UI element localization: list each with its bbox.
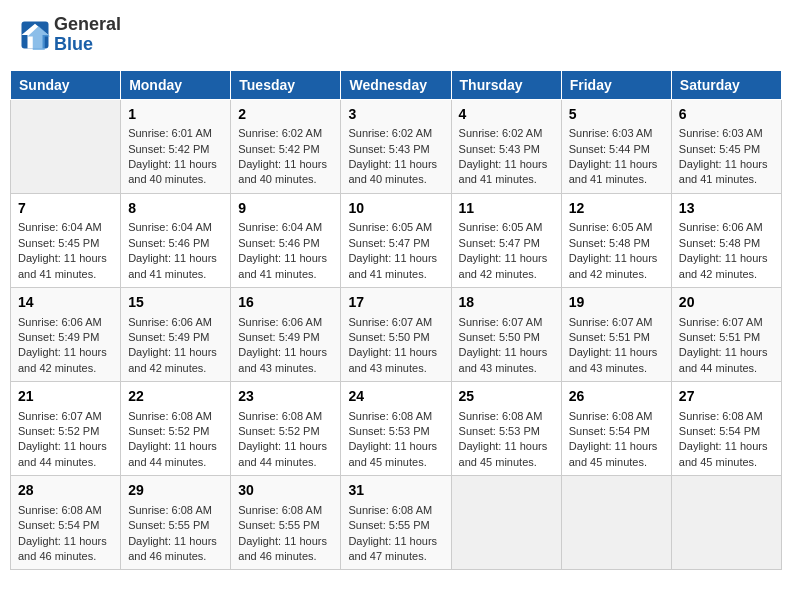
day-detail: Sunrise: 6:02 AMSunset: 5:43 PMDaylight:… <box>348 127 437 185</box>
calendar-body: 1 Sunrise: 6:01 AMSunset: 5:42 PMDayligh… <box>11 99 782 570</box>
header-cell-saturday: Saturday <box>671 70 781 99</box>
week-row-4: 21 Sunrise: 6:07 AMSunset: 5:52 PMDaylig… <box>11 382 782 476</box>
day-detail: Sunrise: 6:08 AMSunset: 5:52 PMDaylight:… <box>238 410 327 468</box>
day-number: 14 <box>18 293 113 313</box>
day-cell: 13 Sunrise: 6:06 AMSunset: 5:48 PMDaylig… <box>671 193 781 287</box>
day-cell: 12 Sunrise: 6:05 AMSunset: 5:48 PMDaylig… <box>561 193 671 287</box>
header-cell-tuesday: Tuesday <box>231 70 341 99</box>
day-cell: 3 Sunrise: 6:02 AMSunset: 5:43 PMDayligh… <box>341 99 451 193</box>
day-cell: 15 Sunrise: 6:06 AMSunset: 5:49 PMDaylig… <box>121 287 231 381</box>
day-detail: Sunrise: 6:06 AMSunset: 5:49 PMDaylight:… <box>18 316 107 374</box>
day-detail: Sunrise: 6:06 AMSunset: 5:48 PMDaylight:… <box>679 221 768 279</box>
day-cell: 20 Sunrise: 6:07 AMSunset: 5:51 PMDaylig… <box>671 287 781 381</box>
day-cell: 26 Sunrise: 6:08 AMSunset: 5:54 PMDaylig… <box>561 382 671 476</box>
day-detail: Sunrise: 6:07 AMSunset: 5:50 PMDaylight:… <box>348 316 437 374</box>
day-number: 1 <box>128 105 223 125</box>
day-cell <box>671 476 781 570</box>
day-detail: Sunrise: 6:02 AMSunset: 5:42 PMDaylight:… <box>238 127 327 185</box>
day-detail: Sunrise: 6:03 AMSunset: 5:44 PMDaylight:… <box>569 127 658 185</box>
header-cell-sunday: Sunday <box>11 70 121 99</box>
day-number: 29 <box>128 481 223 501</box>
day-detail: Sunrise: 6:08 AMSunset: 5:53 PMDaylight:… <box>459 410 548 468</box>
day-cell <box>11 99 121 193</box>
day-number: 25 <box>459 387 554 407</box>
day-cell: 5 Sunrise: 6:03 AMSunset: 5:44 PMDayligh… <box>561 99 671 193</box>
page-header: General Blue <box>10 10 782 60</box>
day-cell: 16 Sunrise: 6:06 AMSunset: 5:49 PMDaylig… <box>231 287 341 381</box>
header-cell-thursday: Thursday <box>451 70 561 99</box>
day-number: 31 <box>348 481 443 501</box>
day-detail: Sunrise: 6:06 AMSunset: 5:49 PMDaylight:… <box>238 316 327 374</box>
day-number: 5 <box>569 105 664 125</box>
logo: General Blue <box>20 15 121 55</box>
day-number: 9 <box>238 199 333 219</box>
week-row-1: 1 Sunrise: 6:01 AMSunset: 5:42 PMDayligh… <box>11 99 782 193</box>
day-number: 18 <box>459 293 554 313</box>
logo-text: General Blue <box>54 15 121 55</box>
header-row: SundayMondayTuesdayWednesdayThursdayFrid… <box>11 70 782 99</box>
day-cell: 22 Sunrise: 6:08 AMSunset: 5:52 PMDaylig… <box>121 382 231 476</box>
day-number: 15 <box>128 293 223 313</box>
day-cell: 2 Sunrise: 6:02 AMSunset: 5:42 PMDayligh… <box>231 99 341 193</box>
day-detail: Sunrise: 6:02 AMSunset: 5:43 PMDaylight:… <box>459 127 548 185</box>
day-cell: 17 Sunrise: 6:07 AMSunset: 5:50 PMDaylig… <box>341 287 451 381</box>
day-cell: 27 Sunrise: 6:08 AMSunset: 5:54 PMDaylig… <box>671 382 781 476</box>
day-number: 16 <box>238 293 333 313</box>
day-number: 12 <box>569 199 664 219</box>
day-number: 7 <box>18 199 113 219</box>
day-detail: Sunrise: 6:04 AMSunset: 5:46 PMDaylight:… <box>238 221 327 279</box>
day-cell: 25 Sunrise: 6:08 AMSunset: 5:53 PMDaylig… <box>451 382 561 476</box>
day-cell: 7 Sunrise: 6:04 AMSunset: 5:45 PMDayligh… <box>11 193 121 287</box>
week-row-3: 14 Sunrise: 6:06 AMSunset: 5:49 PMDaylig… <box>11 287 782 381</box>
header-cell-monday: Monday <box>121 70 231 99</box>
day-detail: Sunrise: 6:01 AMSunset: 5:42 PMDaylight:… <box>128 127 217 185</box>
day-detail: Sunrise: 6:03 AMSunset: 5:45 PMDaylight:… <box>679 127 768 185</box>
logo-icon <box>20 20 50 50</box>
day-number: 26 <box>569 387 664 407</box>
day-number: 30 <box>238 481 333 501</box>
day-cell: 8 Sunrise: 6:04 AMSunset: 5:46 PMDayligh… <box>121 193 231 287</box>
day-cell: 21 Sunrise: 6:07 AMSunset: 5:52 PMDaylig… <box>11 382 121 476</box>
day-number: 10 <box>348 199 443 219</box>
day-detail: Sunrise: 6:07 AMSunset: 5:51 PMDaylight:… <box>679 316 768 374</box>
day-number: 11 <box>459 199 554 219</box>
day-detail: Sunrise: 6:08 AMSunset: 5:52 PMDaylight:… <box>128 410 217 468</box>
day-number: 3 <box>348 105 443 125</box>
day-number: 22 <box>128 387 223 407</box>
day-cell: 24 Sunrise: 6:08 AMSunset: 5:53 PMDaylig… <box>341 382 451 476</box>
week-row-2: 7 Sunrise: 6:04 AMSunset: 5:45 PMDayligh… <box>11 193 782 287</box>
day-number: 17 <box>348 293 443 313</box>
day-detail: Sunrise: 6:04 AMSunset: 5:45 PMDaylight:… <box>18 221 107 279</box>
day-number: 21 <box>18 387 113 407</box>
day-cell: 28 Sunrise: 6:08 AMSunset: 5:54 PMDaylig… <box>11 476 121 570</box>
header-cell-wednesday: Wednesday <box>341 70 451 99</box>
day-number: 27 <box>679 387 774 407</box>
day-number: 2 <box>238 105 333 125</box>
calendar-header: SundayMondayTuesdayWednesdayThursdayFrid… <box>11 70 782 99</box>
day-cell: 9 Sunrise: 6:04 AMSunset: 5:46 PMDayligh… <box>231 193 341 287</box>
day-detail: Sunrise: 6:08 AMSunset: 5:53 PMDaylight:… <box>348 410 437 468</box>
day-cell: 19 Sunrise: 6:07 AMSunset: 5:51 PMDaylig… <box>561 287 671 381</box>
header-cell-friday: Friday <box>561 70 671 99</box>
day-cell: 4 Sunrise: 6:02 AMSunset: 5:43 PMDayligh… <box>451 99 561 193</box>
day-cell: 6 Sunrise: 6:03 AMSunset: 5:45 PMDayligh… <box>671 99 781 193</box>
day-cell: 11 Sunrise: 6:05 AMSunset: 5:47 PMDaylig… <box>451 193 561 287</box>
day-detail: Sunrise: 6:08 AMSunset: 5:55 PMDaylight:… <box>348 504 437 562</box>
day-number: 19 <box>569 293 664 313</box>
day-cell: 1 Sunrise: 6:01 AMSunset: 5:42 PMDayligh… <box>121 99 231 193</box>
day-number: 4 <box>459 105 554 125</box>
day-cell <box>561 476 671 570</box>
day-cell: 10 Sunrise: 6:05 AMSunset: 5:47 PMDaylig… <box>341 193 451 287</box>
day-detail: Sunrise: 6:04 AMSunset: 5:46 PMDaylight:… <box>128 221 217 279</box>
day-detail: Sunrise: 6:05 AMSunset: 5:47 PMDaylight:… <box>459 221 548 279</box>
day-detail: Sunrise: 6:08 AMSunset: 5:55 PMDaylight:… <box>128 504 217 562</box>
day-cell: 31 Sunrise: 6:08 AMSunset: 5:55 PMDaylig… <box>341 476 451 570</box>
day-cell <box>451 476 561 570</box>
day-detail: Sunrise: 6:07 AMSunset: 5:51 PMDaylight:… <box>569 316 658 374</box>
day-number: 28 <box>18 481 113 501</box>
day-detail: Sunrise: 6:08 AMSunset: 5:55 PMDaylight:… <box>238 504 327 562</box>
calendar-table: SundayMondayTuesdayWednesdayThursdayFrid… <box>10 70 782 571</box>
day-cell: 30 Sunrise: 6:08 AMSunset: 5:55 PMDaylig… <box>231 476 341 570</box>
day-detail: Sunrise: 6:05 AMSunset: 5:48 PMDaylight:… <box>569 221 658 279</box>
day-detail: Sunrise: 6:07 AMSunset: 5:52 PMDaylight:… <box>18 410 107 468</box>
